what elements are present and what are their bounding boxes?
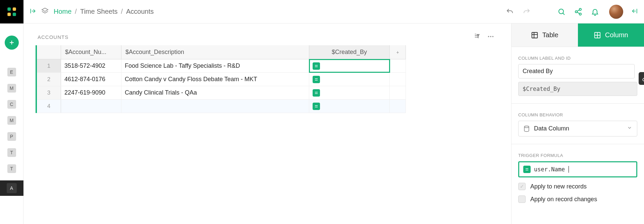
column-header-account-desc[interactable]: $Account_Description	[121, 45, 309, 59]
user-avatar[interactable]	[609, 5, 623, 19]
cell-account-description[interactable]: Candy Clinical Trials - QAa	[121, 86, 309, 99]
apply-new-label: Apply to new records	[530, 183, 587, 190]
expand-right-icon[interactable]	[631, 8, 638, 15]
redo-icon	[523, 8, 531, 16]
formula-icon	[523, 166, 531, 173]
sidebar-item[interactable]: M	[7, 84, 16, 93]
share-icon	[574, 8, 582, 16]
section-trigger-formula: TRIGGER FORMULA	[518, 153, 637, 158]
panel-tabs: Table Column	[512, 23, 644, 47]
logo-icon	[6, 6, 17, 17]
sidebar-item[interactable]: A	[7, 183, 17, 193]
apply-new-checkbox[interactable]	[518, 183, 526, 190]
row-number[interactable]: 2	[37, 73, 61, 86]
svg-rect-11	[532, 32, 538, 38]
cell-created-by[interactable]	[309, 100, 390, 113]
section-column-label-id: COLUMN LABEL AND ID	[518, 56, 637, 61]
cell-account-number[interactable]: 2247-619-9090	[61, 86, 121, 99]
table-icon	[531, 32, 538, 39]
filter-icon	[474, 33, 481, 40]
row-number[interactable]: 4	[37, 100, 61, 113]
cell-account-description[interactable]	[121, 100, 309, 113]
undo-button[interactable]	[504, 6, 516, 18]
formula-icon	[313, 103, 320, 110]
cell-account-number[interactable]: 3518-572-4902	[61, 59, 121, 72]
derive-id-button[interactable]	[639, 72, 644, 85]
table-row[interactable]: 13518-572-4902Food Science Lab - Taffy S…	[37, 59, 406, 73]
bell-icon	[591, 8, 599, 16]
apply-new-records-row[interactable]: Apply to new records	[518, 183, 637, 190]
table-title: ACCOUNTS	[38, 34, 68, 40]
redo-button[interactable]	[521, 6, 533, 18]
cell-created-by[interactable]	[309, 73, 390, 86]
tab-column-label: Column	[605, 31, 628, 39]
add-page-button[interactable]	[5, 36, 19, 50]
sidebar-item[interactable]: P	[7, 132, 16, 141]
column-header-account-num[interactable]: $Account_Nu...	[61, 45, 121, 59]
breadcrumb-sep: /	[121, 8, 123, 15]
cell-account-number[interactable]	[61, 100, 121, 113]
left-rail: EMCMPTTA	[0, 0, 23, 224]
app-logo[interactable]	[0, 0, 23, 23]
cell-account-description[interactable]: Food Science Lab - Taffy Specialists - R…	[121, 59, 309, 72]
share-button[interactable]	[572, 6, 584, 18]
expand-left-icon[interactable]	[30, 8, 36, 15]
dots-icon	[487, 33, 494, 40]
breadcrumb: Home / Time Sheets / Accounts	[54, 8, 154, 15]
cell-account-description[interactable]: Cotton Candy v Candy Floss Debate Team -…	[121, 73, 309, 86]
plus-icon	[8, 39, 15, 46]
svg-rect-1	[12, 7, 16, 11]
svg-rect-3	[12, 13, 16, 16]
sort-filter-button[interactable]	[474, 33, 481, 41]
main-area: Home / Time Sheets / Accounts	[23, 0, 644, 224]
svg-rect-2	[7, 13, 11, 16]
breadcrumb-leaf[interactable]: Accounts	[126, 8, 154, 15]
search-button[interactable]	[555, 6, 568, 18]
svg-point-7	[579, 13, 581, 15]
grid-area: ACCOUNTS $Account_Nu... $Acco	[23, 23, 511, 224]
table-menu-button[interactable]	[487, 33, 494, 41]
apply-record-changes-row[interactable]: Apply on record changes	[518, 195, 637, 203]
link-icon	[642, 75, 644, 81]
grid-header: $Account_Nu... $Account_Description $Cre…	[37, 45, 406, 59]
cell-empty	[390, 100, 406, 113]
sidebar-item[interactable]: T	[7, 164, 16, 173]
sidebar-item[interactable]: T	[7, 148, 16, 157]
layers-icon[interactable]	[41, 7, 49, 16]
trigger-formula-input[interactable]: user.Name	[518, 161, 637, 177]
column-behavior-select[interactable]: Data Column	[518, 121, 637, 136]
table-row[interactable]: 4	[37, 100, 406, 113]
column-header-created-by[interactable]: $Created_By	[309, 45, 390, 59]
cell-created-by[interactable]	[309, 86, 390, 99]
notifications-button[interactable]	[589, 6, 601, 18]
sidebar-item[interactable]: M	[7, 116, 16, 125]
tab-table[interactable]: Table	[512, 23, 578, 47]
sidebar-item[interactable]: C	[7, 100, 16, 109]
row-number[interactable]: 1	[37, 59, 61, 72]
apply-change-checkbox[interactable]	[518, 195, 526, 203]
svg-point-5	[579, 8, 581, 10]
svg-rect-0	[7, 7, 11, 11]
cell-created-by[interactable]	[309, 59, 390, 72]
sidebar-item[interactable]: E	[7, 68, 16, 76]
undo-icon	[506, 8, 514, 16]
table-row[interactable]: 32247-619-9090Candy Clinical Trials - QA…	[37, 86, 406, 100]
tab-column[interactable]: Column	[578, 23, 644, 47]
chevron-down-icon	[627, 125, 632, 132]
cell-empty	[390, 73, 406, 86]
breadcrumb-home[interactable]: Home	[54, 8, 71, 15]
column-id-input[interactable]	[518, 82, 637, 96]
tab-table-label: Table	[542, 31, 558, 39]
trigger-formula-value: user.Name	[534, 166, 565, 173]
formula-icon	[313, 89, 320, 97]
svg-point-9	[490, 36, 491, 37]
data-grid[interactable]: $Account_Nu... $Account_Description $Cre…	[36, 45, 406, 113]
breadcrumb-mid[interactable]: Time Sheets	[80, 8, 118, 15]
column-label-input[interactable]	[518, 64, 635, 78]
svg-point-4	[559, 9, 564, 14]
table-row[interactable]: 24612-874-0176Cotton Candy v Candy Floss…	[37, 73, 406, 86]
cell-account-number[interactable]: 4612-874-0176	[61, 73, 121, 86]
add-column-button[interactable]: +	[390, 45, 406, 59]
svg-point-13	[524, 126, 529, 127]
row-number[interactable]: 3	[37, 86, 61, 99]
